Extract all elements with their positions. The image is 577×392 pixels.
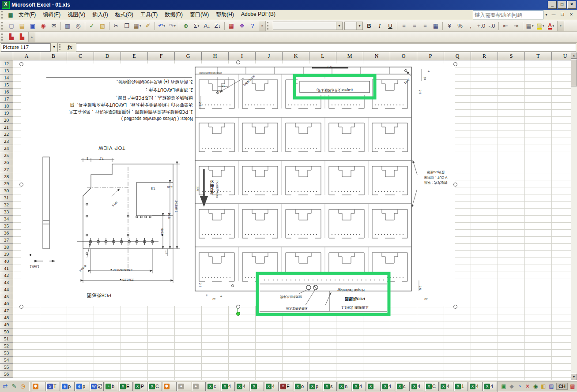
taskbar-button[interactable]: S T: [46, 382, 60, 391]
row-header[interactable]: 36: [0, 230, 13, 237]
toolbar-button[interactable]: [85, 22, 85, 30]
column-header[interactable]: J: [256, 52, 283, 60]
taskbar-button[interactable]: ●: [192, 382, 206, 391]
copy-icon[interactable]: ❐: [122, 21, 132, 31]
scrollbar-thumb[interactable]: [571, 59, 577, 86]
taskbar-button[interactable]: ●: [177, 382, 191, 391]
row-header[interactable]: 30: [0, 187, 13, 194]
column-header[interactable]: Q: [444, 52, 471, 60]
column-header[interactable]: I: [229, 52, 256, 60]
row-header[interactable]: 37: [0, 237, 13, 244]
open-icon[interactable]: ▤: [17, 21, 27, 31]
row-header[interactable]: 34: [0, 216, 13, 223]
taskbar-button[interactable]: e p: [75, 382, 89, 391]
autosum-icon[interactable]: Σ ▾: [192, 21, 201, 31]
sort-descending-icon[interactable]: Z↓: [213, 21, 223, 31]
hyperlink-icon[interactable]: ⊕: [181, 21, 191, 31]
new-icon[interactable]: ▢: [7, 21, 16, 31]
column-header[interactable]: R: [471, 52, 498, 60]
menu-item[interactable]: 数据(D): [161, 10, 186, 20]
menu-item[interactable]: Adobe PDF(B): [238, 10, 279, 20]
tray-ime-icon[interactable]: ▩: [569, 383, 576, 390]
toolbar-button[interactable]: [60, 22, 61, 30]
scroll-down-icon[interactable]: ▼: [571, 373, 577, 380]
row-header[interactable]: 23: [0, 138, 13, 145]
dropdown-arrow-icon[interactable]: ▾: [140, 24, 141, 28]
mail-icon[interactable]: ✉: [49, 21, 59, 31]
row-header[interactable]: 56: [0, 371, 13, 378]
row-header[interactable]: 25: [0, 152, 13, 159]
taskbar-button[interactable]: ✱: [163, 382, 177, 391]
print-icon[interactable]: ▥: [63, 21, 72, 31]
increase-indent-icon[interactable]: ⇥: [511, 21, 521, 31]
taskbar-button[interactable]: X p: [309, 382, 322, 391]
row-header[interactable]: 29: [0, 180, 13, 187]
print-preview-icon[interactable]: ◎: [73, 21, 83, 31]
taskbar-button[interactable]: X 4: [236, 382, 249, 391]
column-header[interactable]: T: [525, 52, 552, 60]
row-header[interactable]: 42: [0, 272, 13, 279]
name-box[interactable]: Picture 117: [1, 43, 50, 52]
row-header[interactable]: 44: [0, 286, 13, 293]
toolbar-button[interactable]: [155, 22, 155, 30]
taskbar-button[interactable]: X 4: [483, 382, 497, 391]
menu-item[interactable]: 工具(T): [137, 10, 161, 20]
row-header[interactable]: 40: [0, 258, 13, 265]
row-header[interactable]: 13: [0, 67, 13, 75]
selection-handle-middle-left[interactable]: [19, 183, 23, 187]
permission-icon[interactable]: ◉: [38, 21, 48, 31]
row-header[interactable]: 16: [0, 89, 13, 96]
toolbar-button[interactable]: [224, 22, 225, 30]
taskbar-button[interactable]: ◔ b: [105, 382, 118, 391]
tray-diamond-icon[interactable]: ◆: [508, 383, 515, 390]
paste-icon[interactable]: ▦ ▾: [132, 21, 142, 31]
column-header[interactable]: L: [309, 52, 336, 60]
taskbar-button[interactable]: X E: [119, 382, 133, 391]
percent-icon[interactable]: %: [455, 21, 465, 31]
scroll-up-icon[interactable]: ▲: [571, 52, 577, 59]
taskbar-button[interactable]: X -: [367, 382, 381, 391]
taskbar-button[interactable]: X -: [250, 382, 264, 391]
tray-volume-icon[interactable]: ◧: [540, 383, 547, 390]
align-left-icon[interactable]: ≡: [399, 21, 409, 31]
merge-center-icon[interactable]: ▦: [431, 21, 441, 31]
row-header[interactable]: 46: [0, 300, 13, 307]
row-header[interactable]: 47: [0, 307, 13, 314]
row-header[interactable]: 32: [0, 202, 13, 209]
column-header[interactable]: K: [283, 52, 309, 60]
close-button[interactable]: ×: [567, 1, 576, 9]
taskbar-button[interactable]: ≡ F: [279, 382, 293, 391]
drawing-icon[interactable]: ❖: [237, 21, 247, 31]
row-header[interactable]: 51: [0, 336, 13, 343]
toolbar-button[interactable]: [179, 22, 179, 30]
row-header[interactable]: 18: [0, 103, 13, 110]
column-header[interactable]: F: [148, 52, 175, 60]
toolbar-button[interactable]: [109, 22, 109, 30]
toolbar-options-chevron[interactable]: »: [28, 32, 35, 42]
row-header[interactable]: 41: [0, 265, 13, 272]
column-header[interactable]: S: [498, 52, 525, 60]
row-header[interactable]: 27: [0, 166, 13, 173]
rotation-handle[interactable]: [236, 312, 240, 316]
selection-handle-top-left[interactable]: [19, 62, 23, 66]
row-header[interactable]: 43: [0, 279, 13, 286]
row-header[interactable]: 19: [0, 110, 13, 117]
comma-icon[interactable]: ,: [466, 21, 475, 31]
toolbar-grip[interactable]: [1, 11, 5, 18]
menu-item[interactable]: 文件(F): [15, 10, 39, 20]
font-name-combobox[interactable]: ▾: [273, 22, 343, 30]
format-painter-icon[interactable]: ✐: [143, 21, 153, 31]
tray-display-icon[interactable]: ▨: [548, 383, 555, 390]
menu-item[interactable]: 格式(O): [112, 10, 137, 20]
selection-handle-top-center[interactable]: [236, 60, 240, 64]
align-right-icon[interactable]: ≡: [420, 21, 430, 31]
fill-color-icon[interactable]: ▨ ▾: [536, 21, 545, 31]
selection-handle-top-right[interactable]: [453, 62, 457, 66]
row-header[interactable]: 52: [0, 343, 13, 350]
column-header[interactable]: G: [175, 52, 202, 60]
formula-input[interactable]: [76, 43, 576, 52]
taskbar-button[interactable]: X 4: [265, 382, 279, 391]
column-header[interactable]: O: [390, 52, 417, 60]
row-header[interactable]: 53: [0, 350, 13, 357]
tray-clock-icon[interactable]: ◔: [516, 383, 523, 390]
